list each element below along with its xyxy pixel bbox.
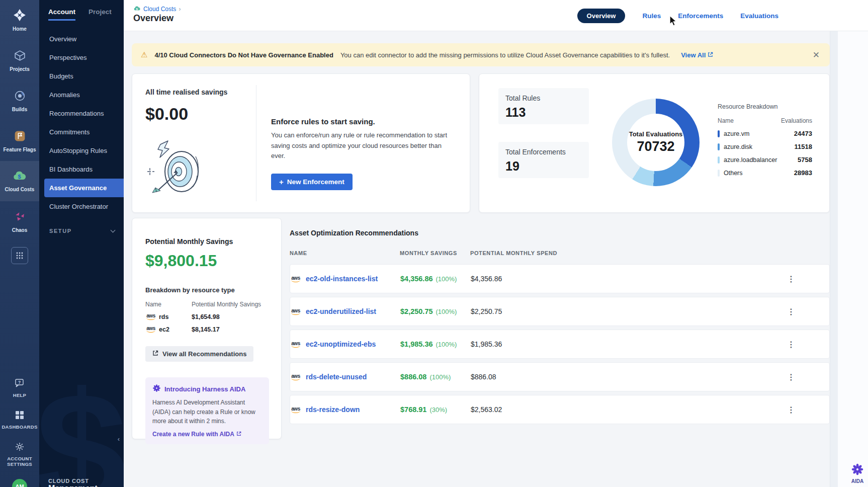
view-all-recommendations-button[interactable]: View all Recommendations [145, 346, 253, 362]
sidebar-item-recommendations[interactable]: Recommendations [39, 104, 124, 123]
help-button[interactable]: ? HELP [13, 378, 27, 398]
rail-label: Home [13, 26, 27, 32]
kebab-menu-icon[interactable]: ⋮ [781, 372, 829, 382]
aws-icon: aws [290, 406, 301, 414]
sidebar-item-autostopping-rules[interactable]: AutoStopping Rules [39, 141, 124, 160]
scrollbar[interactable] [830, 31, 838, 487]
gear-icon [15, 442, 25, 454]
evaluations-donut-chart: Total Evaluations 70732 [612, 99, 700, 186]
kebab-menu-icon[interactable]: ⋮ [781, 405, 829, 415]
sidebar-item-perspectives[interactable]: Perspectives [39, 48, 124, 67]
sidebar-item-commitments[interactable]: Commitments [39, 123, 124, 141]
aida-fab-button[interactable]: AIDA [851, 463, 864, 484]
kebab-menu-icon[interactable]: ⋮ [781, 340, 829, 349]
legend-chip [718, 130, 720, 137]
breadcrumb-link[interactable]: Cloud Costs [143, 6, 176, 13]
total-rules-stat: Total Rules 113 [498, 88, 589, 124]
recommendations-section: Potential Monthly Savings $9,800.15 Brea… [132, 218, 830, 439]
sidebar-item-builds[interactable]: Builds [0, 80, 39, 121]
legend-name: azure.disk [724, 143, 752, 150]
module-footer: CLOUD COST Management [48, 478, 98, 487]
warning-icon: ⚠ [141, 50, 147, 59]
tab-rules[interactable]: Rules [642, 12, 661, 20]
potential-spend: $886.08 [471, 373, 781, 381]
rule-link[interactable]: rds-delete-unused [306, 373, 367, 381]
total-enforcements-label: Total Enforcements [505, 148, 582, 156]
monthly-savings: $1,985.36 [400, 340, 433, 348]
view-all-recommendations-label: View all Recommendations [162, 350, 246, 358]
dashboards-button[interactable]: DASHBOARDS [2, 410, 37, 430]
legend-row: azure.loadbalancer 5758 [718, 156, 812, 164]
breakdown-row: aws rds $1,654.98 [145, 313, 269, 320]
user-avatar[interactable]: AM [12, 479, 27, 487]
sidebar-item-budgets[interactable]: Budgets [39, 67, 124, 86]
close-icon[interactable]: ✕ [813, 51, 820, 59]
rail-label: Feature Flags [3, 147, 36, 152]
realised-savings-card: All time realised savings $0.00 [132, 73, 470, 213]
rule-link[interactable]: ec2-underutilized-list [306, 307, 376, 315]
rail-label: Projects [10, 66, 29, 72]
aws-icon: aws [290, 275, 301, 283]
kebab-menu-icon[interactable]: ⋮ [781, 307, 829, 316]
monthly-savings: $768.91 [400, 405, 426, 414]
potential-spend: $4,356.86 [471, 275, 781, 283]
sidebar-item-cloud-costs[interactable]: $ Cloud Costs [0, 161, 39, 201]
legend-name: azure.vm [724, 130, 749, 137]
tab-project[interactable]: Project [89, 8, 112, 21]
donut-center-label: Total Evaluations [629, 130, 683, 138]
tab-account[interactable]: Account [48, 8, 75, 21]
tab-overview[interactable]: Overview [577, 9, 626, 23]
rule-link[interactable]: ec2-old-instances-list [306, 275, 378, 283]
monthly-savings: $886.08 [400, 373, 426, 381]
savings-percent: (30%) [429, 406, 447, 414]
sidebar-item-cluster-orchestrator[interactable]: Cluster Orchestrator [39, 197, 124, 216]
col-potential-spend: POTENTIAL MONTHLY SPEND [470, 250, 782, 256]
target-illustration [145, 139, 205, 198]
aida-title: Introducing Harness AIDA [164, 385, 245, 393]
legend-row: azure.disk 11518 [718, 143, 812, 150]
banner-body: You can edit connector to add the missin… [340, 51, 670, 59]
breakdown-value-header: Potential Monthly Savings [192, 301, 261, 308]
tab-evaluations[interactable]: Evaluations [740, 12, 778, 20]
sidebar-collapse-button[interactable]: ‹ [115, 433, 122, 444]
sidebar-item-projects[interactable]: Projects [0, 40, 39, 80]
module-picker-button[interactable] [11, 247, 28, 264]
sidebar-item-bi-dashboards[interactable]: BI Dashboards [39, 160, 124, 179]
aida-create-rule-link[interactable]: Create a new Rule with AIDA [152, 431, 241, 438]
help-chat-icon: ? [14, 378, 25, 390]
sidebar-item-overview[interactable]: Overview [39, 30, 124, 48]
col-name: NAME [290, 250, 400, 256]
breakdown-title: Breakdown by resource type [145, 286, 269, 294]
legend-chip [718, 143, 720, 150]
resource-savings: $1,654.98 [192, 313, 220, 320]
sidebar-item-asset-governance[interactable]: Asset Governance [44, 179, 124, 197]
sidebar-item-feature-flags[interactable]: Feature Flags [0, 121, 39, 161]
donut-center-value: 70732 [637, 139, 674, 154]
account-settings-button[interactable]: ACCOUNT SETTINGS [0, 442, 39, 467]
rule-link[interactable]: ec2-unoptimized-ebs [306, 340, 376, 348]
asset-optimization-table: Asset Optimization Recommendations NAME … [290, 218, 830, 439]
page-header: $ Cloud Costs › Overview Overview Rules … [124, 0, 868, 31]
sidebar-item-chaos[interactable]: Chaos [0, 201, 39, 241]
savings-summary: All time realised savings $0.00 [132, 74, 256, 212]
tab-enforcements[interactable]: Enforcements [678, 12, 723, 20]
module-rail: Home Projects Builds Feature Flags $ Clo… [0, 0, 39, 487]
sidebar-item-anomalies[interactable]: Anomalies [39, 86, 124, 104]
sidebar-item-home[interactable]: Home [0, 0, 39, 40]
legend-name: azure.loadbalancer [724, 156, 777, 164]
kebab-menu-icon[interactable]: ⋮ [781, 274, 829, 284]
aws-icon: aws [290, 373, 301, 381]
setup-label: SETUP [49, 228, 72, 234]
rail-label: ACCOUNT SETTINGS [0, 456, 39, 467]
legend-value-header: Evaluations [781, 117, 812, 124]
external-link-icon [708, 51, 713, 59]
savings-percent: (100%) [429, 373, 451, 381]
resource-name: ec2 [159, 326, 169, 333]
module-sidebar: Account Project Overview Perspectives Bu… [39, 0, 124, 487]
setup-section-toggle[interactable]: SETUP [39, 228, 124, 234]
new-enforcement-button[interactable]: + New Enforcement [271, 174, 353, 190]
rail-label: Builds [12, 107, 28, 112]
rule-link[interactable]: rds-resize-down [306, 405, 360, 414]
potential-amount: $9,800.15 [145, 252, 269, 270]
view-all-link[interactable]: View All [681, 51, 713, 59]
